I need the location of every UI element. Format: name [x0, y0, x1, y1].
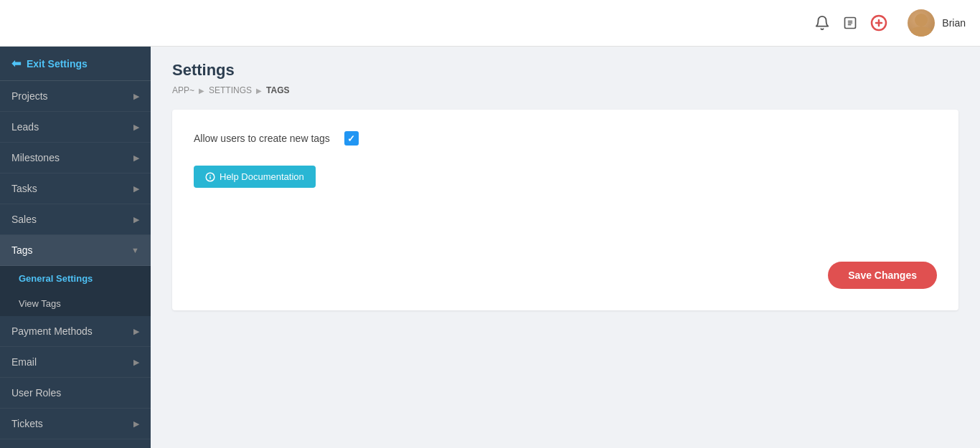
sidebar-item-milestones[interactable]: Milestones ▶ — [0, 143, 151, 173]
chevron-icon: ▶ — [133, 184, 139, 194]
sidebar: ⬅ Exit Settings Projects ▶ Leads ▶ Miles… — [0, 47, 151, 448]
content-area: Settings APP~ ▶ SETTINGS ▶ TAGS Allow us… — [151, 47, 980, 448]
user-menu[interactable]: Brian — [908, 9, 966, 37]
exit-settings-button[interactable]: ⬅ Exit Settings — [0, 47, 151, 81]
chevron-icon: ▶ — [133, 358, 139, 367]
allow-tags-setting-row: Allow users to create new tags — [194, 131, 937, 146]
sidebar-label-user-roles: User Roles — [11, 387, 61, 399]
exit-settings-label: Exit Settings — [27, 58, 88, 70]
sidebar-label-milestones: Milestones — [11, 152, 60, 163]
help-documentation-button[interactable]: Help Documentation — [194, 166, 316, 188]
chevron-icon: ▶ — [133, 92, 139, 101]
username: Brian — [942, 17, 966, 29]
add-button[interactable] — [870, 14, 887, 32]
sidebar-sublabel-general-settings: General Settings — [19, 273, 93, 284]
sidebar-item-user-roles[interactable]: User Roles — [0, 378, 151, 409]
breadcrumb-sep-2: ▶ — [256, 87, 262, 95]
sidebar-label-projects: Projects — [11, 90, 48, 102]
sidebar-item-sales[interactable]: Sales ▶ — [0, 204, 151, 235]
tags-submenu: General Settings View Tags — [0, 266, 151, 316]
top-header: Brian — [0, 0, 980, 47]
sidebar-label-leads: Leads — [11, 121, 39, 133]
info-icon — [205, 172, 215, 182]
page-title: Settings — [172, 61, 958, 80]
chevron-icon: ▶ — [133, 123, 139, 132]
sidebar-label-email: Email — [11, 356, 37, 368]
allow-tags-checkbox[interactable] — [344, 131, 359, 146]
sidebar-item-tasks[interactable]: Tasks ▶ — [0, 173, 151, 204]
avatar — [908, 9, 935, 37]
sidebar-item-tags[interactable]: Tags ▼ — [0, 235, 151, 266]
sidebar-sublabel-view-tags: View Tags — [19, 298, 61, 309]
allow-tags-label: Allow users to create new tags — [194, 133, 330, 144]
chevron-icon: ▶ — [133, 215, 139, 224]
breadcrumb-sep-1: ▶ — [199, 87, 204, 95]
sidebar-label-tasks: Tasks — [11, 183, 37, 194]
sidebar-subitem-general-settings[interactable]: General Settings — [0, 266, 151, 291]
sidebar-item-leads[interactable]: Leads ▶ — [0, 112, 151, 143]
exit-icon: ⬅ — [11, 57, 21, 70]
sidebar-subitem-view-tags[interactable]: View Tags — [0, 291, 151, 316]
sidebar-item-tickets[interactable]: Tickets ▶ — [0, 409, 151, 439]
notifications-button[interactable] — [814, 15, 830, 31]
chevron-icon: ▶ — [133, 153, 139, 163]
breadcrumb-current: TAGS — [266, 85, 289, 95]
breadcrumb-settings[interactable]: SETTINGS — [209, 85, 252, 95]
main-layout: ⬅ Exit Settings Projects ▶ Leads ▶ Miles… — [0, 47, 980, 448]
sidebar-label-tags: Tags — [11, 244, 33, 256]
save-changes-button[interactable]: Save Changes — [828, 262, 937, 289]
sidebar-item-email[interactable]: Email ▶ — [0, 347, 151, 378]
header-icons: Brian — [814, 9, 966, 37]
breadcrumb-app[interactable]: APP~ — [172, 85, 194, 95]
settings-card: Allow users to create new tags Help Docu… — [172, 110, 958, 310]
sidebar-item-projects[interactable]: Projects ▶ — [0, 81, 151, 112]
chevron-down-icon: ▼ — [131, 246, 139, 254]
help-btn-label: Help Documentation — [220, 171, 304, 182]
breadcrumb: APP~ ▶ SETTINGS ▶ TAGS — [172, 85, 958, 95]
notes-button[interactable] — [843, 15, 857, 31]
sidebar-label-payment-methods: Payment Methods — [11, 325, 93, 337]
sidebar-item-payment-methods[interactable]: Payment Methods ▶ — [0, 316, 151, 347]
sidebar-item-other[interactable]: Other ▶ — [0, 439, 151, 448]
chevron-icon: ▶ — [133, 327, 139, 336]
sidebar-label-tickets: Tickets — [11, 418, 43, 429]
sidebar-label-sales: Sales — [11, 214, 37, 225]
chevron-icon: ▶ — [133, 419, 139, 429]
